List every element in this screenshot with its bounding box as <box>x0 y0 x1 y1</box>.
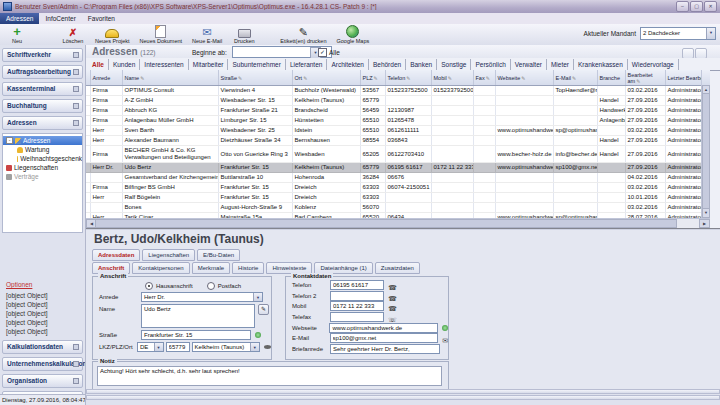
toolbar-button[interactable]: Google Maps <box>331 24 374 45</box>
table-row[interactable]: Herr Alexander Baumann Dietzhäuser Straß… <box>86 136 710 146</box>
close-icon[interactable]: ✕ <box>704 1 717 12</box>
notiz-field[interactable]: Achtung! Hört sehr schlecht, d.h. sehr l… <box>97 366 442 386</box>
tree-item[interactable]: - Verträge <box>3 172 82 181</box>
scrollbar-thumb[interactable] <box>95 219 677 228</box>
menu-item[interactable]: Favoriten <box>82 13 121 24</box>
plz-field[interactable] <box>166 342 190 352</box>
column-header[interactable]: Fax✎ <box>473 70 495 86</box>
filter-icon[interactable]: ✎ <box>140 75 144 81</box>
kontakt-field[interactable] <box>330 280 384 290</box>
map-view-icon[interactable] <box>264 345 271 349</box>
address-filter-tab[interactable]: Subunternehmer <box>228 59 285 70</box>
option-link[interactable]: [object Object] <box>6 318 85 327</box>
minimize-icon[interactable]: – <box>676 1 689 12</box>
address-filter-tab[interactable]: Persönlich <box>471 59 510 70</box>
column-header[interactable]: Ort✎ <box>292 70 360 86</box>
hausanschrift-radio[interactable] <box>145 282 153 290</box>
postfach-radio[interactable] <box>207 282 215 290</box>
sidebar-section[interactable]: Kassenterminal <box>2 82 83 96</box>
mail-icon[interactable] <box>442 329 448 347</box>
option-link[interactable]: [object Object] <box>6 309 85 318</box>
collapse-icon[interactable]: - <box>6 137 13 144</box>
address-filter-tab[interactable]: Lieferanten <box>286 59 328 70</box>
filter-icon[interactable]: ✎ <box>374 75 378 81</box>
detail-subtab[interactable]: Kontaktpersonen <box>132 262 189 274</box>
tree-item[interactable]: - Wartung <box>3 145 82 154</box>
address-filter-tab[interactable]: Sonstige <box>437 59 471 70</box>
table-row[interactable]: Firma Bilfinger BS GmbH Frankfurter Str.… <box>86 183 710 193</box>
options-title[interactable]: Optionen <box>6 281 85 288</box>
detail-tab[interactable]: E/Bu-Daten <box>197 249 240 261</box>
anrede-combo[interactable]: Herr Dr. ▼ <box>141 292 263 302</box>
chevron-down-icon[interactable]: ▼ <box>253 293 262 301</box>
maximize-icon[interactable]: ▢ <box>690 1 703 12</box>
lkz-combo[interactable]: DE ▼ <box>137 342 164 352</box>
column-header[interactable]: PLZ✎ <box>360 70 385 86</box>
address-filter-tab[interactable]: Interessenten <box>140 59 188 70</box>
filter-icon[interactable]: ✎ <box>486 75 490 81</box>
scrollbar-thumb[interactable] <box>702 93 710 210</box>
column-header[interactable]: Telefon✎ <box>385 70 431 86</box>
kontakt-field[interactable] <box>330 312 384 322</box>
toolbar-button[interactable]: Neu <box>0 24 34 45</box>
table-row[interactable]: Bones August-Horch-Straße 9 Koblenz 5607… <box>86 203 710 213</box>
table-row[interactable]: Firma Abbruch KG Frankfurter Straße 21 B… <box>86 106 710 116</box>
table-row[interactable]: Gesamtverband der Kirchengemeinden BH Bu… <box>86 173 710 183</box>
sidebar-section[interactable]: Buchhaltung <box>2 99 83 113</box>
sidebar-section[interactable]: Auftragsbearbeitung <box>2 65 83 79</box>
scroll-down-icon[interactable]: ▼ <box>702 208 710 218</box>
filter-icon[interactable]: ✎ <box>238 75 242 81</box>
column-header[interactable]: E-Mail✎ <box>553 70 597 86</box>
horizontal-scrollbar[interactable]: ◀ ▶ <box>86 218 710 228</box>
chevron-down-icon[interactable]: ▼ <box>154 343 163 351</box>
table-row[interactable]: Firma OPTIMUS Consult Vierwinden 4 Buchh… <box>86 86 710 96</box>
name-field[interactable]: Udo Bertz <box>141 304 255 328</box>
table-row[interactable]: Firma A-Z GmbH Wiesbadener Str. 15 Kelkh… <box>86 96 710 106</box>
filter-icon[interactable]: ✎ <box>521 75 525 81</box>
filter-icon[interactable]: ✎ <box>406 75 410 81</box>
splitter-bar[interactable] <box>86 389 720 394</box>
column-header[interactable]: Name✎ <box>122 70 218 86</box>
kontakt-field[interactable] <box>329 323 438 333</box>
address-filter-tab[interactable]: Krankenkassen <box>574 59 628 70</box>
column-header[interactable]: Letzter Bearbeiter✎ <box>665 70 701 86</box>
column-header[interactable]: Branche✎ <box>597 70 625 86</box>
tree-item[interactable]: - Adressen <box>3 136 82 145</box>
toolbar-button[interactable]: Neue E-Mail <box>187 24 227 45</box>
address-filter-tab[interactable]: Mitarbeiter <box>189 59 229 70</box>
toolbar-button[interactable]: Drucken <box>227 24 261 45</box>
option-link[interactable]: [object Object] <box>6 291 85 300</box>
column-header[interactable]: Bearbeitet am✎ <box>625 70 665 86</box>
table-row[interactable]: Herr Dr. Udo Bertz Frankfurter Str. 15 K… <box>86 163 710 173</box>
table-row[interactable]: Herr Sven Barth Wiesbadener Str. 25 Idst… <box>86 126 710 136</box>
address-filter-tab[interactable]: Kunden <box>109 59 140 70</box>
filter-icon[interactable]: ✎ <box>448 75 452 81</box>
address-filter-tab[interactable]: Verwalter <box>511 59 547 70</box>
detail-subtab[interactable]: Historie <box>232 262 264 274</box>
address-filter-tab[interactable]: Banken <box>406 59 437 70</box>
address-filter-tab[interactable]: Architekten <box>327 59 369 70</box>
address-filter-tab[interactable]: Wiedervorlage <box>628 59 679 70</box>
detail-tab[interactable]: Liegenschaften <box>142 249 195 261</box>
chevron-down-icon[interactable]: ▼ <box>706 28 715 39</box>
tree-item[interactable]: - Liegenschaften <box>3 163 82 172</box>
detail-tab[interactable]: Adressdaten <box>92 249 140 261</box>
toolbar-button[interactable]: Löschen <box>56 24 90 45</box>
address-filter-tab[interactable]: Mieter <box>547 59 574 70</box>
sidebar-section[interactable]: Kalkulationsdaten <box>2 340 83 354</box>
filter-icon[interactable]: ✎ <box>303 75 307 81</box>
all-checkbox[interactable]: ✓ <box>318 48 327 57</box>
tree-item[interactable]: - Weihnachtsgeschenk <box>3 154 82 163</box>
filter-icon[interactable]: ✎ <box>572 75 576 81</box>
detail-subtab[interactable]: Zusatzdaten <box>375 262 420 274</box>
column-header[interactable]: Mobil✎ <box>431 70 473 86</box>
sidebar-section[interactable]: Unternehmenskalkulation <box>2 357 83 371</box>
option-link[interactable]: [object Object] <box>6 327 85 336</box>
vertical-scrollbar[interactable]: ▲ ▼ <box>701 85 710 218</box>
column-header[interactable]: Straße✎ <box>218 70 292 86</box>
toolbar-button[interactable]: Neues Dokument <box>135 24 188 45</box>
sidebar-section[interactable]: Organisation <box>2 374 83 388</box>
column-header[interactable]: Webseite✎ <box>495 70 553 86</box>
ort-combo[interactable]: Kelkheim (Taunus) ▼ <box>192 342 260 352</box>
street-check-icon[interactable] <box>255 332 261 338</box>
